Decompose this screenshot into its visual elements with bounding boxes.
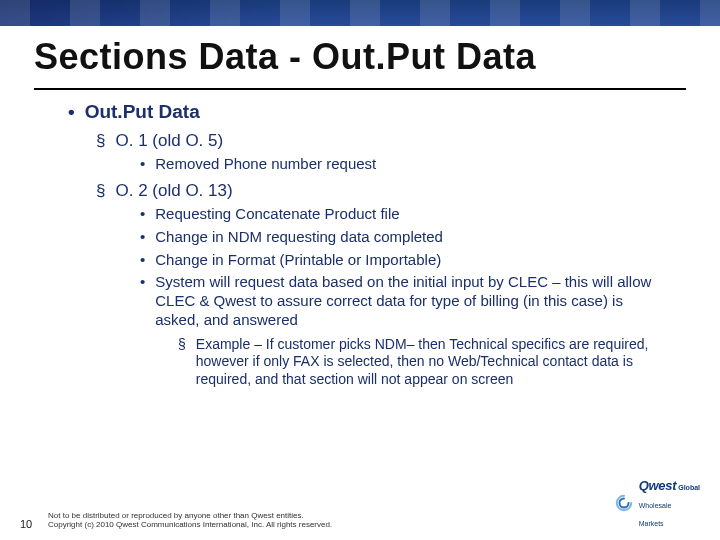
bullet-level3: •Change in NDM requesting data completed [140, 228, 668, 247]
qwest-swirl-icon [615, 494, 633, 512]
sec1-title: O. 1 (old O. 5) [115, 131, 223, 150]
brand-logo: QwestGlobalWholesaleMarkets [615, 476, 700, 530]
bullet-dot-icon: • [140, 155, 145, 174]
copyright-line2: Copyright (c) 2010 Qwest Communications … [48, 520, 615, 530]
copyright-line1: Not to be distributed or reproduced by a… [48, 511, 615, 521]
heading-text: Out.Put Data [85, 101, 200, 122]
bullet-level2: §O. 2 (old O. 13) [96, 180, 668, 201]
sec2-title: O. 2 (old O. 13) [115, 181, 232, 200]
bullet-level1: •Out.Put Data [68, 100, 668, 124]
sec2-item: Change in NDM requesting data completed [155, 228, 443, 247]
bullet-level2: §O. 1 (old O. 5) [96, 130, 668, 151]
footer: 10 Not to be distributed or reproduced b… [0, 476, 720, 530]
bullet-level3: •Change in Format (Printable or Importab… [140, 251, 668, 270]
bullet-level3: •System will request data based on the i… [140, 273, 668, 329]
brand-text-block: QwestGlobalWholesaleMarkets [639, 476, 700, 530]
top-banner [0, 0, 720, 26]
bullet-dot-icon: • [140, 251, 145, 270]
copyright: Not to be distributed or reproduced by a… [48, 511, 615, 530]
bullet-dot-icon: • [140, 205, 145, 224]
bullet-dot-icon: • [140, 228, 145, 247]
bullet-dot-icon: • [140, 273, 145, 329]
bullet-dot-icon: • [68, 101, 75, 122]
bullet-level3: •Removed Phone number request [140, 155, 668, 174]
bullet-square-icon: § [96, 131, 105, 150]
bullet-square-icon: § [96, 181, 105, 200]
sec1-item: Removed Phone number request [155, 155, 376, 174]
page-number: 10 [20, 518, 48, 530]
bullet-square-icon: § [178, 336, 186, 389]
sec2-example: Example – If customer picks NDM– then Te… [196, 336, 668, 389]
sec2-item: Requesting Concatenate Product file [155, 205, 399, 224]
title-rule [34, 88, 686, 90]
bullet-level3: •Requesting Concatenate Product file [140, 205, 668, 224]
sec2-item: Change in Format (Printable or Importabl… [155, 251, 441, 270]
slide-content: •Out.Put Data §O. 1 (old O. 5) •Removed … [0, 100, 720, 388]
slide: Sections Data - Out.Put Data •Out.Put Da… [0, 0, 720, 540]
brand-name: Qwest [639, 478, 677, 493]
sec2-item: System will request data based on the in… [155, 273, 668, 329]
bullet-level4: §Example – If customer picks NDM– then T… [178, 336, 668, 389]
slide-title: Sections Data - Out.Put Data [0, 26, 720, 84]
